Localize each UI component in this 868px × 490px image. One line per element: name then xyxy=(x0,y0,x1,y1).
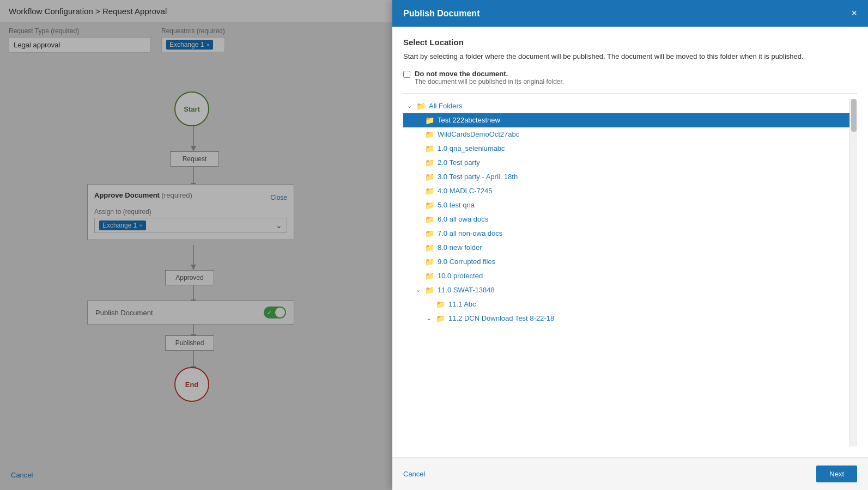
folder-name-wildcards: WildCardsDemoOct27abc xyxy=(438,130,519,138)
expand-spacer xyxy=(425,301,433,308)
folder-name-dcn: 11.2 DCN Download Test 8-22-18 xyxy=(448,314,554,322)
expand-spacer xyxy=(414,145,422,152)
expand-swat-icon: ⌄ xyxy=(414,286,422,293)
expand-spacer xyxy=(414,273,422,279)
expand-spacer xyxy=(414,259,422,265)
folder-name-test222: Test 222abctestnew xyxy=(438,116,500,124)
folder-item-test30[interactable]: 📁 3.0 Test party - April, 18th xyxy=(403,170,856,184)
expand-spacer xyxy=(414,230,422,237)
folder-item-corrupted[interactable]: 📁 9.0 Corrupted files xyxy=(403,255,856,269)
expand-spacer xyxy=(414,188,422,194)
folder-item-newfolder[interactable]: 📁 8.0 new folder xyxy=(403,241,856,255)
folder-icon-nonowa: 📁 xyxy=(425,229,434,238)
expand-spacer xyxy=(414,202,422,209)
dialog-next-button[interactable]: Next xyxy=(816,465,857,482)
folder-tree-area: ⌄ 📁 All Folders 📁 Test 222abctestnew 📁 W… xyxy=(403,99,857,447)
folder-name-nonowa: 7.0 all non-owa docs xyxy=(438,229,502,237)
no-move-sublabel: The document will be published in its or… xyxy=(415,78,564,85)
folder-icon-dcn: 📁 xyxy=(436,314,445,323)
dialog-header: Publish Document × xyxy=(392,0,868,27)
dialog-cancel-button[interactable]: Cancel xyxy=(403,470,425,478)
expand-spacer xyxy=(414,216,422,223)
folder-item-qna10[interactable]: 📁 1.0 qna_seleniumabc xyxy=(403,142,856,156)
folder-icon: 📁 xyxy=(416,102,426,111)
dialog-title: Publish Document xyxy=(403,9,479,19)
folder-name-abc11: 11.1 Abc xyxy=(448,300,476,308)
select-location-title: Select Location xyxy=(403,38,857,47)
folder-icon-wildcards: 📁 xyxy=(425,130,434,139)
expand-spacer xyxy=(414,117,422,124)
publish-document-dialog: Publish Document × Select Location Start… xyxy=(392,0,868,490)
no-move-checkbox[interactable] xyxy=(403,71,410,78)
folder-item-abc11[interactable]: 📁 11.1 Abc xyxy=(403,297,856,311)
folder-tree[interactable]: ⌄ 📁 All Folders 📁 Test 222abctestnew 📁 W… xyxy=(403,99,857,447)
folder-icon-corrupted: 📁 xyxy=(425,258,434,266)
folder-name-test20: 2.0 Test party xyxy=(438,158,480,167)
no-move-label: Do not move the document. xyxy=(415,70,564,78)
dialog-footer: Cancel Next xyxy=(392,457,868,490)
folder-item-dcn[interactable]: ⌄ 📁 11.2 DCN Download Test 8-22-18 xyxy=(403,311,856,326)
expand-spacer xyxy=(414,160,422,166)
folder-icon-test222: 📁 xyxy=(425,116,434,125)
folder-name-newfolder: 8.0 new folder xyxy=(438,243,482,252)
expand-spacer xyxy=(414,131,422,138)
expand-spacer xyxy=(414,244,422,251)
folder-icon-qna10: 📁 xyxy=(425,144,434,153)
folder-item-protected[interactable]: 📁 10.0 protected xyxy=(403,269,856,283)
no-move-checkbox-row: Do not move the document. The document w… xyxy=(403,70,857,85)
expand-icon: ⌄ xyxy=(405,102,413,109)
folder-item-swat[interactable]: ⌄ 📁 11.0 SWAT-13848 xyxy=(403,283,856,297)
folder-name-qna10: 1.0 qna_seleniumabc xyxy=(438,144,505,152)
folder-icon-owadocs: 📁 xyxy=(425,215,434,224)
folder-name-test30: 3.0 Test party - April, 18th xyxy=(438,173,518,181)
dialog-body: Select Location Start by selecting a fol… xyxy=(392,27,868,457)
folder-name-madlc: 4.0 MADLC-7245 xyxy=(438,187,492,195)
folder-icon-testqna50: 📁 xyxy=(425,201,434,210)
expand-spacer xyxy=(414,174,422,180)
folder-icon-newfolder: 📁 xyxy=(425,243,434,252)
folder-icon-abc11: 📁 xyxy=(436,300,445,309)
folder-name-all-folders: All Folders xyxy=(429,102,462,110)
folder-icon-swat: 📁 xyxy=(425,286,434,295)
folder-item-owadocs[interactable]: 📁 6.0 all owa docs xyxy=(403,212,856,226)
folder-icon-madlc: 📁 xyxy=(425,187,434,195)
folder-icon-protected: 📁 xyxy=(425,272,434,280)
divider xyxy=(403,93,857,94)
folder-icon-test30: 📁 xyxy=(425,173,434,181)
folder-item-test222[interactable]: 📁 Test 222abctestnew xyxy=(403,113,856,127)
folder-item-madlc[interactable]: 📁 4.0 MADLC-7245 xyxy=(403,184,856,198)
folder-icon-test20: 📁 xyxy=(425,158,434,167)
folder-item-test20[interactable]: 📁 2.0 Test party xyxy=(403,156,856,170)
folder-name-protected: 10.0 protected xyxy=(438,272,483,280)
folder-name-testqna50: 5.0 test qna xyxy=(438,201,475,209)
folder-item-nonowa[interactable]: 📁 7.0 all non-owa docs xyxy=(403,226,856,241)
folder-item-wildcards[interactable]: 📁 WildCardsDemoOct27abc xyxy=(403,127,856,142)
expand-dcn-icon: ⌄ xyxy=(425,315,433,322)
scrollbar-thumb[interactable] xyxy=(851,99,857,132)
scrollbar-track[interactable] xyxy=(849,99,857,447)
dialog-description: Start by selecting a folder where the do… xyxy=(403,51,857,62)
folder-name-corrupted: 9.0 Corrupted files xyxy=(438,258,495,266)
folder-name-swat: 11.0 SWAT-13848 xyxy=(438,286,495,294)
folder-name-owadocs: 6.0 all owa docs xyxy=(438,215,488,223)
dialog-close-button[interactable]: × xyxy=(851,8,857,19)
folder-item-all-folders[interactable]: ⌄ 📁 All Folders xyxy=(403,99,856,113)
folder-item-testqna50[interactable]: 📁 5.0 test qna xyxy=(403,198,856,212)
